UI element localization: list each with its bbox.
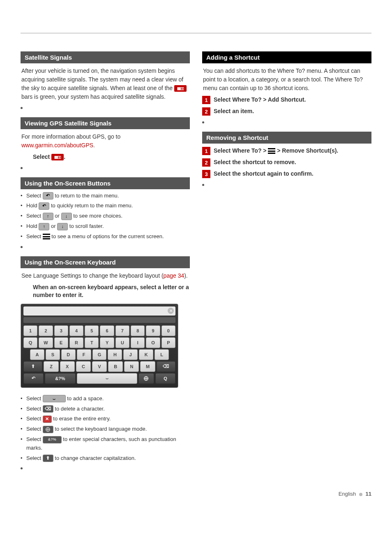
search-key: Q (155, 373, 175, 384)
back-key: ↶ (23, 373, 44, 384)
keyboard-row-1: 1 2 3 4 5 6 7 8 9 0 (23, 325, 175, 336)
key: I (131, 337, 145, 348)
arrow-up-icon: ↑ (43, 213, 53, 220)
signal-bars-icon: ▮▮▯▯ (51, 154, 64, 160)
list-item: Select ⌫ to delete a character. (21, 405, 190, 413)
text: . (64, 153, 65, 160)
key: M (140, 361, 155, 372)
menu-icon (43, 234, 50, 239)
key: V (92, 361, 107, 372)
key: 4 (69, 325, 83, 336)
text: Select (26, 213, 43, 219)
shift-key: ⬆ (23, 361, 42, 372)
text: Hold (26, 223, 39, 229)
key: E (54, 337, 68, 348)
text: Select (26, 193, 43, 199)
step-number-3: 3 (202, 170, 210, 178)
satellite-signals-body: After your vehicle is turned on, the nav… (21, 67, 189, 101)
select-bars-instruction: Select ▮▮▯▯. (33, 153, 65, 160)
key: 5 (85, 325, 99, 336)
about-gps-link[interactable]: www.garmin.com/aboutGPS (21, 142, 93, 149)
key: 7 (115, 325, 129, 336)
key: L (154, 349, 169, 360)
globe-key: ⨁ (138, 373, 154, 384)
keyboard-row-2: Q W E R T Y U I O P (23, 337, 175, 348)
keyboard-suggest-bar (23, 317, 175, 323)
back-icon: ↶ (39, 202, 49, 210)
step-number-1: 1 (202, 96, 210, 104)
footer-dot (359, 493, 362, 496)
key: 1 (23, 325, 37, 336)
page-ref-link[interactable]: page 34 (164, 272, 184, 279)
section-onscreen-buttons: Using the On-Screen Buttons (21, 177, 190, 189)
text: to delete a character. (53, 406, 105, 412)
list-item: Select ↑ or ↓ to see more choices. (21, 212, 190, 220)
text: Select (33, 153, 51, 160)
key: U (115, 337, 129, 348)
section-satellite-signals: Satellite Signals (21, 51, 190, 63)
key: 8 (131, 325, 145, 336)
key: X (60, 361, 75, 372)
keyboard-instruction: When an on-screen keyboard appears, sele… (33, 284, 189, 299)
text: Select (26, 436, 43, 442)
text: to scroll faster. (68, 223, 104, 229)
keyboard-row-3: A S D F G H J K L (23, 349, 175, 360)
key: F (77, 349, 91, 360)
key: 2 (39, 325, 53, 336)
list-item: Select ↶ to return to the main menu. (21, 192, 190, 200)
step-text: Select the shortcut to remove. (214, 158, 296, 167)
text: to erase the entire entry. (52, 415, 111, 422)
step-number-2: 2 (202, 158, 210, 167)
key: B (108, 361, 123, 372)
step-number-1: 1 (202, 147, 210, 155)
arrow-down-icon: ↓ (61, 213, 72, 220)
keyboard-graphic: ✕ 1 2 3 4 5 6 7 8 9 0 Q W E R T Y U (21, 304, 178, 388)
page-footer: English 11 (0, 491, 392, 509)
key: N (124, 361, 139, 372)
key: K (139, 349, 153, 360)
text: Select (26, 233, 43, 239)
text: to quickly return to the main menu. (49, 202, 133, 209)
text: Select (26, 395, 43, 402)
key: A (30, 349, 44, 360)
step-text: Select the shortcut again to confirm. (214, 170, 314, 178)
signal-bars-icon: ▮▮▯▯ (174, 85, 187, 92)
step-text: Select Where To? > Add Shortcut. (214, 96, 306, 104)
section-viewing-gps: Viewing GPS Satellite Signals (21, 117, 190, 129)
back-icon: ↶ (43, 192, 53, 200)
text: > Remove Shortcut(s). (275, 147, 338, 154)
footer-page-number: 11 (366, 491, 371, 497)
key: J (123, 349, 138, 360)
section-onscreen-keyboard: Using the On-Screen Keyboard (21, 256, 190, 268)
list-item: Select ⨁ to select the keyboard language… (21, 425, 190, 434)
text: See Language Settings to change the keyb… (21, 272, 164, 279)
arrow-down-icon: ↓ (57, 223, 68, 230)
list-item: Select &?% to enter special characters, … (21, 435, 190, 453)
text: to see more choices. (72, 213, 123, 219)
key: O (146, 337, 160, 348)
list-item: Hold ↑ or ↓ to scroll faster. (21, 222, 190, 231)
key: G (92, 349, 107, 360)
text: Select (26, 415, 43, 422)
list-item: Hold ↶ to quickly return to the main men… (21, 202, 190, 210)
key: Q (23, 337, 37, 348)
text: . (93, 142, 95, 149)
keyboard-input-field: ✕ (23, 306, 175, 316)
text: After your vehicle is turned on, the nav… (21, 67, 183, 91)
symbols-icon: &?% (43, 436, 62, 443)
step-text: Select Where To? > > Remove Shortcut(s). (214, 147, 338, 155)
keyboard-actions-list: Select ⌣ to add a space. Select ⌫ to del… (21, 395, 190, 463)
step-number-2: 2 (202, 107, 210, 116)
list-item: Select ✕ to erase the entire entry. (21, 415, 190, 423)
key: 9 (146, 325, 160, 336)
clear-x-icon: ✕ (168, 308, 174, 314)
text: Select (26, 426, 43, 432)
key: 6 (100, 325, 114, 336)
text: to change character capitalization. (53, 455, 136, 461)
text: For more information about GPS, go to (21, 133, 120, 140)
text: bars is green, your system has acquired … (21, 93, 166, 100)
key: C (76, 361, 91, 372)
step-text: Select an item. (214, 107, 254, 116)
menu-icon (268, 148, 275, 154)
text: to return to the main menu. (53, 193, 119, 199)
